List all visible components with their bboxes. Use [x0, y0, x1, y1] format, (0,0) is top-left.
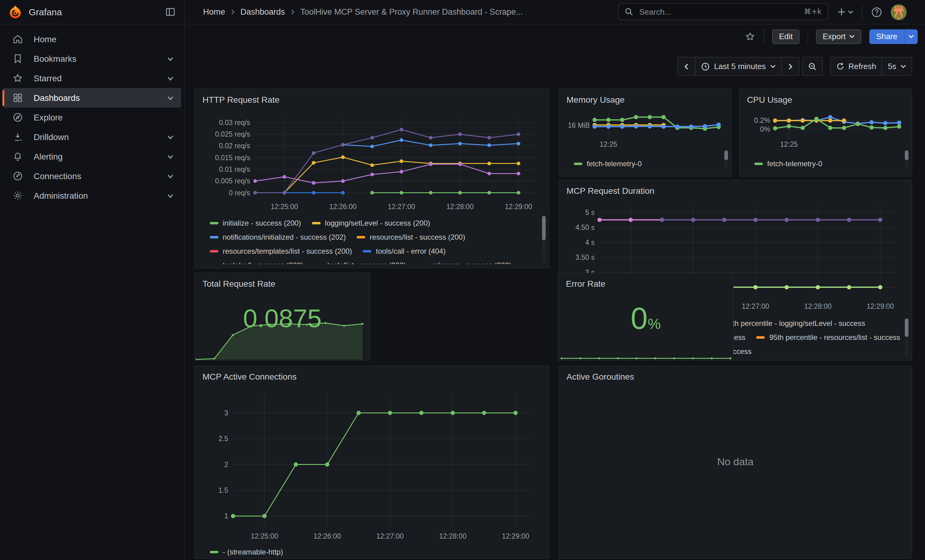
grafana-logo-icon[interactable] — [8, 5, 23, 19]
chevron-down-icon[interactable] — [167, 95, 174, 101]
sidebar-item-drilldown[interactable]: Drilldown — [3, 127, 181, 147]
chevron-down-icon[interactable] — [167, 56, 174, 62]
legend-item[interactable]: 95th percentile - logging/setLevel - suc… — [711, 316, 865, 330]
legend-item[interactable]: resources/templates/list - success (200) — [210, 244, 352, 258]
legend-swatch — [210, 222, 218, 224]
time-shift-forward-button[interactable] — [782, 57, 799, 76]
legend-item[interactable]: fetch-telemetry-0 — [574, 156, 642, 171]
legend-scrollbar-thumb[interactable] — [905, 318, 908, 337]
panel-title[interactable]: MCP Active Connections — [195, 366, 549, 381]
error-rate-value: 0% — [559, 301, 733, 336]
panel-title[interactable]: Memory Usage — [559, 89, 731, 105]
sidebar-item-dashboards[interactable]: Dashboards — [3, 88, 181, 108]
sidebar-item-label: Administration — [34, 191, 88, 201]
legend-label: logging/setLevel - success (200) — [325, 219, 430, 227]
toolbar-divider — [807, 29, 808, 44]
chevron-down-icon[interactable] — [167, 134, 174, 140]
search-shortcut: ⌘+k — [804, 8, 822, 16]
chart-canvas: 12:250.2%0% — [747, 109, 905, 150]
toolbar-divider — [764, 29, 764, 44]
legend-item[interactable]: unknown - success (200) — [417, 258, 512, 264]
time-range-picker[interactable]: Last 5 minutes — [696, 57, 782, 76]
chevron-right-icon — [290, 9, 295, 15]
cpu-usage-chart[interactable]: 12:250.2%0% — [747, 109, 905, 150]
panel-cpu-usage: CPU Usage 12:250.2%0% fetch-telemetry-0 — [739, 89, 912, 177]
panel-total-request-rate: Total Request Rate 0.0875 — [194, 273, 370, 361]
edit-button[interactable]: Edit — [772, 29, 800, 44]
time-shift-back-button[interactable] — [677, 57, 696, 76]
legend-label: 95th percentile - resources/list - succe… — [769, 333, 900, 341]
chevron-down-icon[interactable] — [167, 173, 174, 179]
sidebar-item-alerting[interactable]: Alerting — [3, 147, 181, 166]
add-new-button[interactable] — [837, 8, 853, 17]
svg-text:0.005 req/s: 0.005 req/s — [215, 177, 250, 185]
sidebar-item-explore[interactable]: Explore — [3, 108, 181, 127]
legend-item[interactable]: initialize - success (200) — [210, 216, 301, 230]
chevron-down-icon[interactable] — [167, 192, 174, 199]
chevron-down-icon[interactable] — [167, 153, 174, 160]
chart-canvas: 12:2516 MiB — [566, 109, 725, 150]
legend-item[interactable]: logging/setLevel - success (200) — [312, 216, 430, 230]
chevron-down-icon[interactable] — [167, 75, 174, 82]
legend-label: unknown - success (200) — [430, 261, 512, 264]
svg-text:0.2%: 0.2% — [754, 116, 770, 125]
legend-scrollbar-thumb[interactable] — [905, 150, 908, 160]
legend-label: notifications/initialized - success (202… — [223, 233, 346, 241]
bell-icon — [12, 151, 23, 162]
panel-title[interactable]: CPU Usage — [740, 89, 911, 105]
legend-swatch — [210, 236, 218, 238]
legend-item[interactable]: tools/call - error (404) — [363, 244, 446, 258]
refresh-icon — [836, 62, 844, 70]
panel-title[interactable]: MCP Request Duration — [559, 180, 911, 196]
svg-text:12:27:00: 12:27:00 — [388, 203, 416, 211]
svg-text:12:28:00: 12:28:00 — [439, 532, 467, 540]
legend-item[interactable]: tools/call - success (200) — [210, 258, 303, 264]
sidebar-item-label: Bookmarks — [34, 54, 77, 64]
legend-item[interactable]: resources/list - success (200) — [357, 230, 465, 244]
legend-item[interactable]: fetch-telemetry-0 — [754, 156, 822, 171]
svg-text:0.015 req/s: 0.015 req/s — [215, 154, 250, 162]
http-request-rate-chart[interactable]: 12:25:0012:26:0012:27:0012:28:0012:29:00… — [202, 113, 542, 213]
legend-item[interactable]: - (streamable-http) — [210, 545, 283, 559]
sidebar: Home Bookmarks Starred Dashboards Explor… — [0, 24, 185, 560]
sidebar-item-home[interactable]: Home — [3, 29, 181, 49]
help-icon[interactable] — [871, 6, 882, 17]
sidebar-item-bookmarks[interactable]: Bookmarks — [3, 49, 181, 69]
sidebar-collapse-icon[interactable] — [165, 7, 176, 17]
legend-swatch — [357, 236, 366, 238]
svg-text:4.50 s: 4.50 s — [575, 224, 595, 231]
svg-text:12:25:00: 12:25:00 — [251, 532, 278, 540]
sidebar-item-administration[interactable]: Administration — [3, 186, 181, 206]
mcp-active-connections-chart[interactable]: 12:25:0012:26:0012:27:0012:28:0012:29:00… — [202, 389, 542, 542]
breadcrumb-dashboards[interactable]: Dashboards — [240, 8, 285, 17]
sidebar-item-starred[interactable]: Starred — [3, 69, 181, 88]
panel-http-request-rate: HTTP Request Rate 12:25:0012:26:0012:27:… — [194, 89, 549, 269]
refresh-interval-picker[interactable]: 5s — [883, 57, 912, 76]
panel-title[interactable]: Error Rate — [559, 273, 733, 288]
dashboard-toolbar: Edit Export Share — [185, 24, 925, 49]
share-dropdown-chevron[interactable] — [904, 29, 917, 44]
star-icon — [12, 73, 23, 84]
legend-scrollbar-thumb[interactable] — [542, 216, 546, 240]
panel-title[interactable]: Active Goroutines — [559, 366, 911, 381]
legend-item[interactable]: tools/list - success (200) — [315, 258, 406, 264]
sidebar-item-connections[interactable]: Connections — [3, 166, 181, 186]
panel-title[interactable]: HTTP Request Rate — [195, 89, 549, 105]
legend-item[interactable]: 95th percentile - resources/list - succe… — [756, 330, 900, 344]
search-input[interactable] — [638, 6, 804, 17]
user-avatar[interactable] — [891, 4, 907, 20]
share-button[interactable]: Share — [870, 29, 904, 44]
zoom-out-button[interactable] — [802, 57, 823, 76]
legend-swatch — [756, 336, 765, 338]
legend-item[interactable]: notifications/initialized - success (202… — [210, 230, 346, 244]
error-rate-sparkline[interactable] — [559, 351, 733, 359]
svg-text:0.025 req/s: 0.025 req/s — [215, 130, 250, 138]
refresh-button[interactable]: Refresh — [830, 57, 882, 76]
legend-scrollbar-thumb[interactable] — [724, 150, 728, 160]
memory-usage-chart[interactable]: 12:2516 MiB — [566, 109, 725, 150]
export-button[interactable]: Export — [816, 29, 862, 44]
svg-text:1.5: 1.5 — [218, 486, 228, 494]
favorite-star-icon[interactable] — [745, 31, 756, 42]
breadcrumb-home[interactable]: Home — [203, 8, 225, 17]
search-box[interactable]: ⌘+k — [618, 3, 829, 20]
